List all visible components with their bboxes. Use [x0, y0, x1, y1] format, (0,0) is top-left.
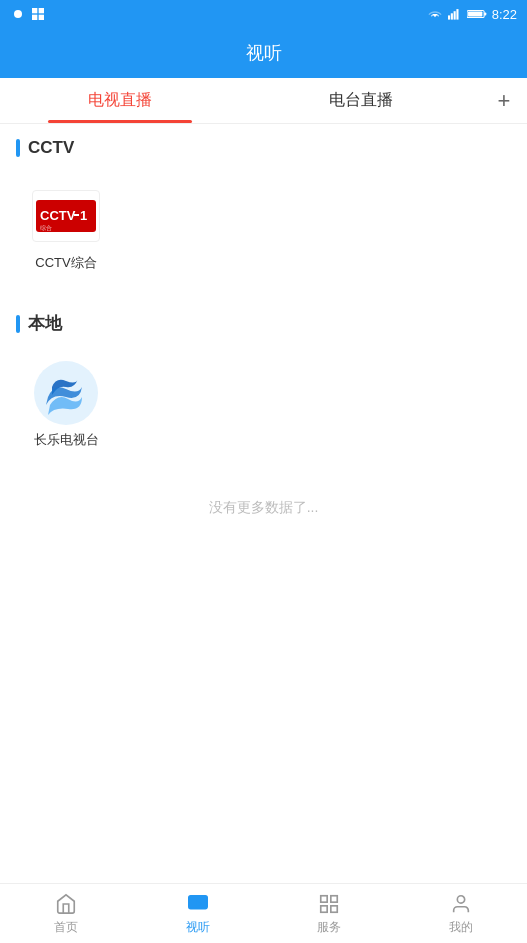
svg-text:CCTV: CCTV [40, 208, 76, 223]
play-icon [186, 892, 210, 916]
svg-rect-5 [448, 15, 450, 19]
cctv1-name: CCTV综合 [35, 254, 96, 272]
svg-rect-6 [450, 13, 452, 19]
svg-rect-3 [32, 15, 37, 20]
svg-rect-22 [321, 905, 327, 911]
svg-rect-1 [32, 8, 37, 13]
svg-rect-14 [74, 214, 79, 216]
local-channel-grid: 长乐电视台 [0, 345, 527, 475]
signal-icon [448, 8, 462, 20]
svg-rect-20 [321, 895, 327, 901]
cctv1-logo-svg: CCTV 1 综合 [36, 194, 96, 238]
svg-point-24 [457, 895, 464, 902]
changle-name: 长乐电视台 [34, 431, 99, 449]
nav-item-media[interactable]: 视听 [132, 892, 264, 936]
android-icon [10, 6, 26, 22]
add-tab-button[interactable]: + [481, 88, 527, 114]
svg-text:1: 1 [80, 208, 87, 223]
header-title: 视听 [246, 41, 282, 65]
wifi-icon [427, 8, 443, 20]
nav-label-home: 首页 [54, 919, 78, 936]
status-time: 8:22 [492, 7, 517, 22]
channel-item-changle[interactable]: 长乐电视台 [16, 353, 116, 459]
home-icon [54, 892, 78, 916]
svg-rect-21 [331, 895, 337, 901]
bottom-nav: 首页 视听 服务 我的 [0, 883, 527, 943]
status-bar-right: 8:22 [427, 7, 517, 22]
cctv1-logo-container: CCTV 1 综合 [31, 186, 101, 246]
tab-tv[interactable]: 电视直播 [0, 78, 241, 123]
no-more-data: 没有更多数据了... [0, 475, 527, 533]
cctv-channel-grid: CCTV 1 综合 CCTV综合 [0, 168, 527, 298]
nav-item-services[interactable]: 服务 [264, 892, 396, 936]
svg-rect-23 [331, 905, 337, 911]
svg-text:综合: 综合 [40, 224, 52, 231]
svg-rect-2 [39, 8, 44, 13]
battery-icon [467, 8, 487, 20]
changle-logo-container [31, 363, 101, 423]
svg-rect-10 [468, 12, 482, 17]
tab-radio[interactable]: 电台直播 [241, 78, 482, 123]
nav-label-media: 视听 [186, 919, 210, 936]
main-content: CCTV CCTV 1 综合 [0, 124, 527, 593]
app-header: 视听 [0, 28, 527, 78]
user-icon [449, 892, 473, 916]
section-header-cctv: CCTV [0, 124, 527, 168]
cctv1-logo: CCTV 1 综合 [32, 190, 100, 242]
nav-item-home[interactable]: 首页 [0, 892, 132, 936]
svg-rect-8 [456, 9, 458, 20]
svg-rect-4 [39, 15, 44, 20]
svg-point-0 [14, 10, 22, 18]
section-header-local: 本地 [0, 298, 527, 345]
svg-rect-11 [484, 13, 486, 16]
changle-logo [32, 359, 100, 427]
nav-label-mine: 我的 [449, 919, 473, 936]
status-bar: 8:22 [0, 0, 527, 28]
grid-icon [317, 892, 341, 916]
app-icon [30, 6, 46, 22]
status-bar-left [10, 6, 46, 22]
svg-rect-7 [453, 11, 455, 19]
nav-item-mine[interactable]: 我的 [395, 892, 527, 936]
tab-bar: 电视直播 电台直播 + [0, 78, 527, 124]
changle-logo-svg [32, 359, 100, 427]
nav-label-services: 服务 [317, 919, 341, 936]
channel-item-cctv1[interactable]: CCTV 1 综合 CCTV综合 [16, 176, 116, 282]
